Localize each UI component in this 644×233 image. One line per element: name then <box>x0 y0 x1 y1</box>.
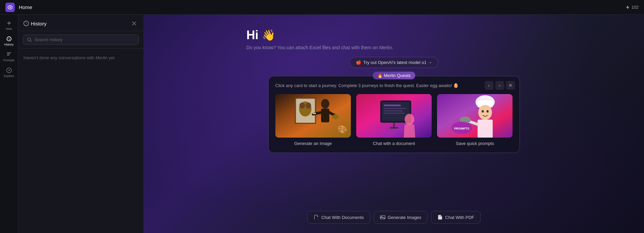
quests-next-button[interactable]: › <box>495 81 504 90</box>
greeting-row: Hi 👋 <box>233 28 275 42</box>
quests-prev-button[interactable]: ‹ <box>485 81 493 90</box>
quest-card-img-artist <box>275 94 351 138</box>
svg-point-31 <box>487 110 489 112</box>
svg-rect-29 <box>478 120 493 138</box>
chat-pdf-button[interactable]: PDF Chat With PDF <box>431 211 481 224</box>
try-model-label: Try out OpenAI's latest model o1 → <box>363 60 432 65</box>
history-panel: History Haven't done any conversations w… <box>18 15 144 233</box>
search-box <box>23 34 139 45</box>
history-close-button[interactable] <box>130 19 138 27</box>
sidebar-item-history[interactable]: History <box>2 34 16 48</box>
svg-rect-23 <box>393 123 394 128</box>
svg-point-0 <box>9 7 11 8</box>
quest-card-generate-image[interactable]: Generate an Image <box>275 94 351 146</box>
svg-point-9 <box>321 99 329 109</box>
quests-close-button[interactable]: ✕ <box>506 81 515 90</box>
svg-point-7 <box>299 102 305 108</box>
quests-badge-text: 🔥 Merlin Quests <box>377 73 411 78</box>
sidebar-item-new[interactable]: New <box>2 18 16 32</box>
greeting-text: Hi <box>247 28 259 42</box>
svg-rect-12 <box>312 113 316 114</box>
history-title-text: History <box>31 21 47 26</box>
plus-icon <box>6 20 12 26</box>
main-layout: New History Prompts Explore <box>0 15 644 233</box>
history-search-area <box>18 31 144 49</box>
history-header: History <box>18 15 144 31</box>
lightning-icon <box>625 5 630 10</box>
prompts-icon <box>6 52 12 58</box>
content-inner: Hi 👋 Do you know? You can attach Excel f… <box>233 15 555 153</box>
svg-text:PDF: PDF <box>439 217 442 219</box>
svg-rect-18 <box>384 104 401 106</box>
generate-images-button[interactable]: Generate Images <box>374 211 428 224</box>
greeting-subtitle: Do you know? You can attach Excel files … <box>233 45 393 50</box>
quest-card-label-0: Generate an Image <box>294 141 332 146</box>
svg-point-14 <box>332 114 338 119</box>
history-icon <box>6 36 12 42</box>
token-badge: 102 <box>625 5 639 10</box>
svg-rect-10 <box>321 108 329 122</box>
topbar: Home 102 <box>0 0 644 15</box>
svg-point-28 <box>478 105 492 120</box>
search-input[interactable] <box>35 37 135 42</box>
history-title-area: History <box>23 21 47 26</box>
quests-controls: ‹ › ✕ <box>485 81 515 90</box>
quest-card-img-prompts: PROMPTS <box>437 94 513 138</box>
quest-card-save-prompts[interactable]: PROMPTS Save quick prompts <box>437 94 513 146</box>
try-model-button[interactable]: 🍎 Try out OpenAI's latest model o1 → <box>350 57 438 68</box>
quest-card-chat-document[interactable]: Chat with a document <box>356 94 432 146</box>
pdf-icon: PDF <box>437 215 443 220</box>
svg-rect-25 <box>437 94 513 138</box>
app-logo <box>5 3 15 12</box>
sidebar-label-new: New <box>6 27 12 30</box>
explore-icon <box>6 67 12 73</box>
history-empty-message: Haven't done any conversations with Merl… <box>18 49 144 67</box>
svg-rect-21 <box>384 113 404 114</box>
sidebar-item-prompts[interactable]: Prompts <box>2 50 16 64</box>
chat-documents-button[interactable]: Chat With Documents <box>307 211 370 224</box>
image-icon <box>380 215 385 220</box>
quests-panel: 🔥 Merlin Quests ‹ › ✕ Click any card to … <box>268 76 520 153</box>
quest-card-label-2: Save quick prompts <box>456 141 494 146</box>
icon-sidebar: New History Prompts Explore <box>0 15 18 233</box>
chat-pdf-label: Chat With PDF <box>445 215 474 220</box>
sidebar-label-history: History <box>4 43 13 46</box>
quest-card-img-document <box>356 94 432 138</box>
sidebar-label-explore: Explore <box>4 74 14 78</box>
svg-rect-19 <box>384 108 406 109</box>
sidebar-label-prompts: Prompts <box>3 59 15 62</box>
main-content: Hi 👋 Do you know? You can attach Excel f… <box>144 15 644 233</box>
doc-icon <box>314 215 319 220</box>
svg-point-8 <box>306 102 311 108</box>
svg-point-22 <box>405 114 414 125</box>
svg-rect-24 <box>390 127 398 129</box>
greeting-emoji: 👋 <box>262 29 275 42</box>
close-icon <box>132 21 137 26</box>
svg-rect-20 <box>384 110 402 111</box>
search-icon <box>27 37 32 42</box>
bottom-buttons: Chat With Documents Generate Images PDF … <box>307 211 481 224</box>
quests-badge: 🔥 Merlin Quests <box>373 72 416 79</box>
token-count: 102 <box>631 5 639 10</box>
page-title: Home <box>19 4 625 10</box>
chat-documents-label: Chat With Documents <box>321 215 364 220</box>
quests-description: Click any card to start a journey. Compl… <box>275 83 513 88</box>
quest-card-label-1: Chat with a document <box>373 141 415 146</box>
sidebar-item-explore[interactable]: Explore <box>2 65 16 80</box>
generate-images-label: Generate Images <box>388 215 421 220</box>
quest-cards-container: Generate an Image <box>275 94 513 146</box>
svg-point-30 <box>482 110 484 112</box>
svg-text:PROMPTS: PROMPTS <box>454 127 470 130</box>
history-title-icon <box>23 21 29 26</box>
